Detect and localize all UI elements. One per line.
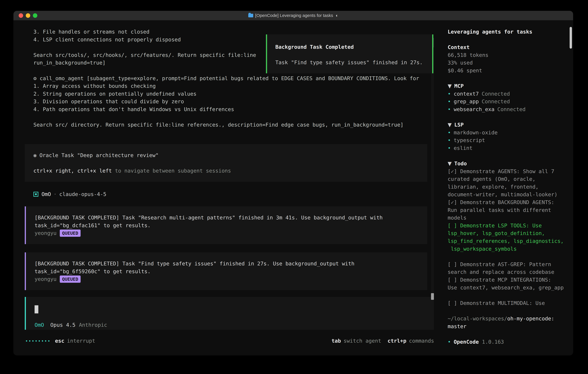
notification-body: Task "Find type safety issues" finished …: [275, 59, 432, 66]
sidebar-scrollbar-thumb[interactable]: [570, 27, 572, 49]
ctrlp-key-label: commands: [409, 337, 434, 345]
mcp-item-status: Connected: [482, 98, 510, 104]
todo-item-pending: [ ] Demonstrate AST-GREP: Pattern search…: [448, 260, 570, 276]
bullet-icon: •: [448, 130, 451, 135]
mcp-item-status: Connected: [497, 106, 525, 112]
lsp-item-name: eslint: [454, 145, 472, 151]
notification-title: Background Task Completed: [275, 43, 432, 51]
window-titlebar[interactable]: [OpenCode] Leveraging agents for tasks ◐: [13, 11, 573, 21]
oracle-task-line: ◉Oracle Task "Deep architecture review": [33, 151, 427, 159]
window-title-text: [OpenCode] Leveraging agents for tasks: [255, 13, 333, 18]
fisheye-icon: ◉: [33, 152, 37, 158]
model-provider-label: Anthropic: [79, 321, 107, 329]
agent-checkbox-icon: [33, 192, 38, 197]
triangle-down-icon: ▼: [448, 122, 452, 128]
session-sidebar: Leveraging agents for tasks Context 66,5…: [441, 20, 573, 355]
folder-icon: [248, 14, 253, 17]
todo-item-pending: [ ] Demonstrate MULTIMODAL: Use: [448, 299, 570, 307]
text-cursor: [35, 305, 38, 313]
spinner-dot: [42, 340, 43, 342]
terminal-window: [OpenCode] Leveraging agents for tasks ◐…: [13, 10, 573, 356]
todo-item-done: [✓] Demonstrate BACKGROUND AGENTS: Run p…: [448, 198, 570, 222]
workspace-branch: master: [448, 322, 570, 330]
lsp-header-label: LSP: [454, 122, 464, 128]
agent-model: claude-opus-4-5: [59, 190, 106, 198]
status-badge: QUEUED: [60, 229, 81, 237]
bullet-icon: •: [448, 98, 451, 104]
lsp-item: •eslint: [448, 144, 570, 152]
oracle-hint-line: ctrl+x right, ctrl+x left to navigate be…: [33, 167, 427, 175]
mcp-item-name: context7: [454, 91, 479, 97]
desktop: [OpenCode] Leveraging agents for tasks ◐…: [0, 0, 588, 374]
tab-key-hint: tab: [331, 337, 341, 345]
esc-key-label: interrupt: [67, 337, 95, 345]
todo-section-header[interactable]: ▼Todo: [448, 160, 570, 167]
message-text: [BACKGROUND TASK COMPLETED] Task "Resear…: [35, 214, 427, 229]
bullet-icon: •: [448, 339, 451, 345]
bullet-icon: •: [448, 137, 451, 143]
message-meta: yeongyu QUEUED: [35, 275, 427, 283]
app-version: 1.0.163: [482, 339, 504, 345]
separator-dot: ·: [53, 190, 57, 198]
status-right: tab switch agent ctrl+p commands: [331, 337, 434, 345]
todo-item-done: [✓] Demonstrate AGENTS: Show all 7 curat…: [448, 167, 570, 198]
spinner-dot: [26, 340, 27, 342]
oracle-task-title: Oracle Task "Deep architecture review": [40, 152, 159, 158]
todo-header-label: Todo: [454, 161, 467, 166]
notification-toast[interactable]: Background Task Completed Task "Find typ…: [266, 34, 433, 73]
oracle-task-panel: ◉Oracle Task "Deep architecture review" …: [25, 144, 427, 182]
mcp-item: •websearch_exaConnected: [448, 105, 570, 113]
workspace-repo: oh-my-opencode:: [507, 316, 554, 322]
message-text: [BACKGROUND TASK COMPLETED] Task "Find t…: [35, 260, 427, 275]
status-bar: esc interrupt tab switch agent ctrl+p co…: [13, 337, 441, 345]
agent-name: OmO: [42, 190, 51, 198]
close-button[interactable]: [19, 13, 23, 18]
lsp-item: •markdown-oxide: [448, 129, 570, 136]
todo-item-pending: [ ] Demonstrate MCP INTEGRATIONS: Use co…: [448, 276, 570, 291]
triangle-down-icon: ▼: [448, 161, 452, 166]
spinner-dot: [45, 340, 46, 342]
mcp-section-header[interactable]: ▼MCP: [448, 82, 570, 90]
message-author: yeongyu: [35, 275, 57, 283]
agent-header: OmO · claude-opus-4-5: [33, 190, 106, 198]
triangle-down-icon: ▼: [448, 83, 452, 89]
spinner-dot: [29, 340, 30, 342]
status-left: esc interrupt: [26, 337, 95, 345]
mcp-item-name: websearch_exa: [454, 106, 494, 112]
context-used: 33% used: [448, 59, 570, 67]
active-agent-label: OmO: [35, 321, 44, 329]
model-row: OmO Opus 4.5 Anthropic: [35, 321, 107, 329]
active-model-label: Opus 4.5: [50, 321, 75, 329]
traffic-lights: [19, 11, 37, 20]
minimize-button[interactable]: [26, 13, 30, 18]
context-spent: $0.46 spent: [448, 67, 570, 74]
app-name: OpenCode: [454, 339, 479, 345]
esc-key-hint: esc: [55, 337, 64, 345]
keybinding-hint: to navigate between subagent sessions: [112, 168, 231, 174]
spinner-icon: ◐: [336, 13, 338, 18]
spinner-dot: [32, 340, 33, 342]
main-scrollbar[interactable]: [431, 38, 434, 300]
status-badge: QUEUED: [60, 276, 81, 283]
message-block: [BACKGROUND TASK COMPLETED] Task "Find t…: [25, 252, 427, 290]
lsp-item-name: typescript: [454, 137, 485, 143]
session-title: Leveraging agents for tasks: [448, 28, 570, 36]
ctrlp-key-hint: ctrl+p: [388, 337, 406, 345]
window-title: [OpenCode] Leveraging agents for tasks ◐: [248, 13, 338, 18]
spinner-dot: [35, 340, 37, 342]
message-block: [BACKGROUND TASK COMPLETED] Task "Resear…: [25, 206, 427, 244]
agent-checkbox-fill: [35, 193, 37, 195]
spinner-dot: [39, 340, 40, 342]
prompt-input[interactable]: OmO Opus 4.5 Anthropic: [25, 297, 434, 330]
maximize-button[interactable]: [33, 13, 37, 18]
lsp-section-header[interactable]: ▼LSP: [448, 121, 570, 129]
mcp-item: •context7Connected: [448, 90, 570, 98]
message-author: yeongyu: [35, 229, 57, 237]
mcp-header-label: MCP: [454, 83, 464, 89]
scrollbar-thumb[interactable]: [431, 293, 434, 300]
main-pane: 3. File handles or streams not closed 4.…: [13, 20, 441, 355]
lsp-item-name: markdown-oxide: [454, 130, 498, 135]
keybinding-text: ctrl+x right, ctrl+x left: [33, 168, 112, 174]
bullet-icon: •: [448, 106, 451, 112]
mcp-item-name: grep_app: [454, 98, 479, 104]
